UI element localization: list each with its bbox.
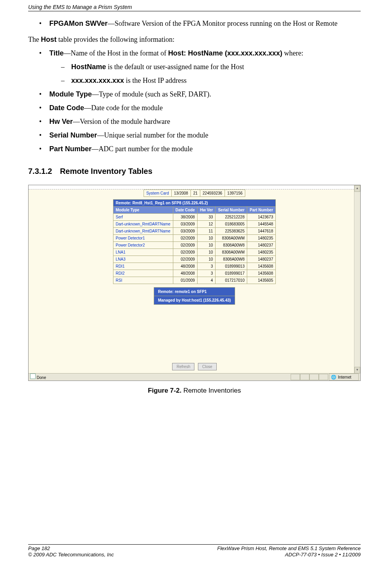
col-header: Date Code bbox=[173, 207, 197, 214]
cell[interactable]: Power Detector1 bbox=[113, 235, 173, 242]
running-header: Using the EMS to Manage a Prism System bbox=[28, 4, 361, 11]
cell: 1480235 bbox=[247, 235, 276, 242]
refresh-button[interactable]: Refresh bbox=[172, 363, 194, 370]
cell[interactable]: Serf bbox=[113, 214, 173, 221]
torn-edge bbox=[29, 185, 360, 189]
cell: 3 bbox=[198, 263, 216, 270]
cell: 11 bbox=[198, 228, 216, 235]
bullet-date-code: Date Code—Date code for the module bbox=[38, 103, 361, 113]
table-row: Power Detector102/2009108308A00WM1480235 bbox=[113, 235, 276, 242]
footer-doc-title: FlexWave Prism Host, Remote and EMS 5.1 … bbox=[217, 545, 361, 552]
cell: 018999017 bbox=[216, 270, 247, 277]
status-cells bbox=[291, 374, 328, 380]
scroll-up-icon[interactable]: ▴ bbox=[354, 185, 360, 192]
page-icon bbox=[30, 374, 36, 379]
cell: 10 bbox=[198, 249, 216, 256]
table-row: Power Detector202/2009108308A00W81480237 bbox=[113, 242, 276, 249]
cell[interactable]: RDI1 bbox=[113, 263, 173, 270]
bullet-module-type: Module Type—Type of module (such as SeRF… bbox=[38, 89, 361, 100]
table-row: Dart-unknown_RmtDARTName03/2009112253836… bbox=[113, 228, 276, 235]
txt: —Name of the Host in the format of bbox=[64, 49, 168, 57]
table-title: Remote: Rmt8_Hst1_Reg1 on SFP8 (155.226.… bbox=[113, 200, 276, 207]
cell: 48/2008 bbox=[173, 270, 197, 277]
cell: 10 bbox=[198, 256, 216, 263]
txt: —Date code for the module bbox=[84, 104, 163, 112]
lbl: Date Code bbox=[49, 104, 84, 112]
cell: 1445548 bbox=[247, 221, 276, 228]
footer-page: Page 182 bbox=[28, 545, 114, 552]
cell[interactable]: Dart-unknown_RmtDARTName bbox=[113, 221, 173, 228]
fragment-table: System Card 13/2008 21 224593236 1397156 bbox=[144, 189, 245, 197]
cell[interactable]: RDI2 bbox=[113, 270, 173, 277]
cell: 1480237 bbox=[247, 256, 276, 263]
button-row: Refresh Close bbox=[29, 361, 360, 371]
lbl: Hw Ver bbox=[49, 118, 73, 125]
txt: —Type of module (such as SeRF, DART). bbox=[92, 90, 211, 98]
cell: 4 bbox=[198, 277, 216, 284]
cell: 018683005 bbox=[216, 221, 247, 228]
page-footer: Page 182 © 2009 ADC Telecommunications, … bbox=[28, 544, 361, 559]
cell: 1447618 bbox=[247, 228, 276, 235]
cell: 1397156 bbox=[225, 190, 245, 197]
cell[interactable]: LNA1 bbox=[113, 249, 173, 256]
lbl: Part Number bbox=[49, 145, 92, 153]
cell: 02/2009 bbox=[173, 242, 197, 249]
cell: 01/2009 bbox=[173, 277, 197, 284]
cell: 017217010 bbox=[216, 277, 247, 284]
table-row: RDI148/200830189990131435608 bbox=[113, 263, 276, 270]
bullet-title: Title—Name of the Host in the format of … bbox=[38, 48, 361, 86]
screenshot-remote-inventories: System Card 13/2008 21 224593236 1397156… bbox=[28, 185, 361, 381]
footer-doc-id: ADCP-77-073 • Issue 2 • 11/2009 bbox=[217, 552, 361, 558]
box-line: Remote: remote1 on SFP1 bbox=[154, 288, 235, 296]
col-header: Part Number bbox=[247, 207, 276, 214]
close-button[interactable]: Close bbox=[198, 363, 217, 370]
cell: 1435605 bbox=[247, 277, 276, 284]
footer-copyright: © 2009 ADC Telecommunications, Inc bbox=[28, 552, 114, 558]
status-done-label: Done bbox=[37, 375, 46, 380]
status-internet-label: Internet bbox=[338, 374, 351, 380]
table-row: Dart-unknown_RmtDARTName03/2009120186830… bbox=[113, 221, 276, 228]
table-row: RSI01/200940172170101435605 bbox=[113, 277, 276, 284]
cell: 1480235 bbox=[247, 249, 276, 256]
section-heading: 7.3.1.2Remote Inventory Tables bbox=[28, 165, 361, 177]
scroll-down-icon[interactable]: ▾ bbox=[354, 367, 360, 374]
col-header: Hw Ver bbox=[198, 207, 216, 214]
cell: 10 bbox=[198, 235, 216, 242]
cell: 02/2009 bbox=[173, 249, 197, 256]
cell[interactable]: Dart-unknown_RmtDARTName bbox=[113, 228, 173, 235]
lbl: HostName bbox=[71, 63, 106, 71]
cell: 03/2009 bbox=[173, 221, 197, 228]
table-row: LNA302/2009108308A00W81480237 bbox=[113, 256, 276, 263]
cell: 02/2009 bbox=[173, 235, 197, 242]
table-row: System Card 13/2008 21 224593236 1397156 bbox=[144, 190, 245, 197]
status-internet: 🌐Internet bbox=[329, 374, 359, 381]
tail: where: bbox=[282, 49, 303, 57]
status-bar: Done 🌐Internet bbox=[29, 373, 360, 381]
figure-title: Remote Inventories bbox=[182, 387, 241, 394]
cell: 1435608 bbox=[247, 263, 276, 270]
cell[interactable]: LNA3 bbox=[113, 256, 173, 263]
cell: 10 bbox=[198, 242, 216, 249]
section-title: Remote Inventory Tables bbox=[60, 167, 152, 175]
cell: 8308A00W8 bbox=[216, 242, 247, 249]
cell[interactable]: System Card bbox=[144, 190, 171, 197]
txt: —Version of the module hardware bbox=[73, 118, 170, 125]
col-header: Serial Number bbox=[216, 207, 247, 214]
section-number: 7.3.1.2 bbox=[28, 167, 52, 175]
table-row: RDI248/200830189990171435608 bbox=[113, 270, 276, 277]
vertical-scrollbar[interactable]: ▴ ▾ bbox=[354, 185, 360, 374]
cell: 8308A00WM bbox=[216, 249, 247, 256]
bullet-part: Part Number—ADC part number for the modu… bbox=[38, 144, 361, 154]
cell: 1435608 bbox=[247, 270, 276, 277]
cell[interactable]: Power Detector2 bbox=[113, 242, 173, 249]
cell[interactable]: RSI bbox=[113, 277, 173, 284]
cell: 1423673 bbox=[247, 214, 276, 221]
cell: 3 bbox=[198, 270, 216, 277]
txt: is the Host IP address bbox=[124, 77, 187, 84]
para-bold: Host bbox=[41, 36, 56, 43]
cell: 38/2008 bbox=[173, 214, 197, 221]
cell: 018999013 bbox=[216, 263, 247, 270]
para-host-intro: The Host table provides the following in… bbox=[28, 34, 361, 45]
cell: 225212228 bbox=[216, 214, 247, 221]
cell: 33 bbox=[198, 214, 216, 221]
